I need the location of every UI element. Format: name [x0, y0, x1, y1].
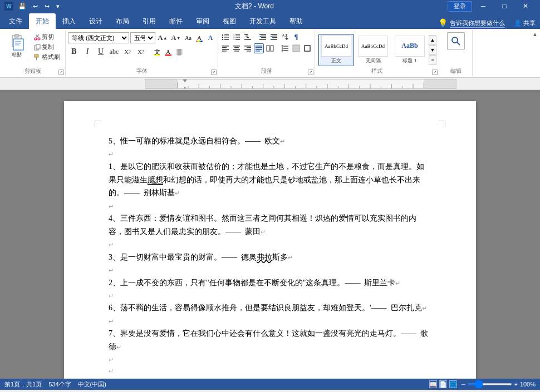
empty-para-5[interactable]: ↵ — [109, 290, 431, 301]
para-6[interactable]: 6、荡不羁的生活，容易得像顺水推舟，但是要结识良朋益友，却难如登天。'—— 巴尔… — [109, 301, 431, 315]
style-no-spacing[interactable]: AaBbCcDd 无间隔 — [355, 34, 391, 66]
styles-expand[interactable]: ↗ — [432, 70, 438, 75]
tab-developer[interactable]: 开发工具 — [243, 13, 283, 29]
italic-button[interactable]: I — [81, 46, 94, 58]
shading-para-button[interactable] — [291, 43, 301, 53]
para-expand[interactable]: ↗ — [308, 70, 313, 75]
read-mode-button[interactable]: 📖 — [429, 380, 437, 388]
para-2[interactable]: 2、上一成不变的东西，只有"任何事物都是在不断变化的"这条真理。—— 斯里兰卡↵ — [109, 276, 431, 290]
customize-qat-button[interactable]: ▾ — [55, 2, 61, 11]
copy-button[interactable]: 复制 — [32, 42, 62, 52]
multilevel-list-button[interactable] — [243, 32, 253, 42]
clear-format-button[interactable]: A — [194, 33, 204, 43]
line-spacing-button[interactable] — [280, 43, 290, 53]
shrink-font-button[interactable]: A▼ — [170, 32, 182, 44]
minimize-button[interactable]: ─ — [473, 0, 493, 12]
svg-rect-47 — [233, 46, 240, 47]
tab-help[interactable]: 帮助 — [283, 13, 310, 29]
ribbon-main: 粘贴 剪切 复制 格式刷 — [0, 30, 540, 76]
svg-rect-48 — [234, 47, 239, 48]
collapse-ribbon-button[interactable]: ▲ — [531, 30, 539, 38]
empty-para-4[interactable]: ↵ — [109, 265, 431, 276]
align-right-button[interactable] — [243, 43, 253, 53]
tab-insert[interactable]: 插入 — [56, 13, 82, 29]
tab-home[interactable]: 开始 — [29, 13, 56, 29]
numbering-button[interactable]: 1.2.3. — [232, 32, 242, 42]
page-count[interactable]: 第1页，共1页 — [4, 380, 42, 389]
increase-indent-button[interactable] — [269, 32, 279, 42]
tab-review[interactable]: 审阅 — [189, 13, 216, 29]
underline-button[interactable]: U — [95, 46, 107, 58]
tab-file[interactable]: 文件 — [2, 13, 29, 29]
zoom-level[interactable]: 100% — [520, 381, 536, 388]
align-center-button[interactable] — [232, 43, 242, 53]
tell-me[interactable]: 告诉我你想要做什么 — [450, 19, 505, 28]
font-color-button[interactable]: A — [163, 47, 173, 57]
para-4[interactable]: 4、三件东西：爱情友谊和图书。然而这三者之间何其相遥！炽热的爱情可以充实图书的内… — [109, 212, 431, 239]
empty-para-7[interactable]: ↵ — [109, 355, 431, 366]
tab-layout[interactable]: 布局 — [109, 13, 136, 29]
bold-button[interactable]: B — [68, 46, 80, 58]
style-scroll-down[interactable]: ▼ — [429, 45, 436, 55]
print-layout-button[interactable]: 📄 — [439, 380, 447, 388]
cut-button[interactable]: 剪切 — [32, 32, 62, 42]
column-layout-button[interactable] — [265, 43, 275, 53]
style-normal[interactable]: AaBbCcDd 正文 — [318, 34, 354, 66]
undo-button[interactable]: ↩ — [31, 2, 40, 11]
font-name-select[interactable]: 等线 (西文正文) — [68, 32, 129, 43]
document-area[interactable]: 5、惟一可靠的标准就是永远自相符合。—— 欧文↵ ↵ 1、是以它的肥沃和收获而被… — [0, 90, 540, 379]
sort-button[interactable]: AZ — [280, 32, 290, 42]
style-scroll-up[interactable]: ▲ — [429, 35, 436, 45]
decrease-indent-button[interactable] — [258, 32, 268, 42]
strikethrough-button[interactable]: abc — [108, 46, 120, 58]
close-button[interactable]: ✕ — [516, 0, 536, 12]
superscript-button[interactable]: X2 — [135, 46, 147, 58]
clipboard-expand[interactable]: ↗ — [58, 70, 64, 75]
empty-para-3[interactable]: ↵ — [109, 240, 431, 251]
para-3-text: 3、是一切财富中最宝贵的财富。—— 德奥弗拉斯多 — [109, 253, 288, 261]
doc-content[interactable]: 5、惟一可靠的标准就是永远自相符合。—— 欧文↵ ↵ 1、是以它的肥沃和收获而被… — [109, 135, 431, 377]
para-5[interactable]: 5、惟一可靠的标准就是永远自相符合。—— 欧文↵ — [109, 135, 431, 148]
zoom-slider[interactable] — [468, 383, 512, 385]
tab-view[interactable]: 视图 — [216, 13, 243, 29]
grow-font-button[interactable]: A▲ — [156, 32, 169, 44]
page[interactable]: 5、惟一可靠的标准就是永远自相符合。—— 欧文↵ ↵ 1、是以它的肥沃和收获而被… — [64, 101, 476, 379]
align-left-button[interactable] — [220, 43, 230, 53]
language[interactable]: 中文(中国) — [78, 380, 106, 389]
maximize-button[interactable]: □ — [494, 0, 514, 12]
quick-save-button[interactable]: 💾 — [17, 2, 28, 11]
show-marks-button[interactable]: ¶ — [291, 32, 301, 42]
word-count[interactable]: 534个字 — [48, 380, 71, 389]
style-heading1[interactable]: AaBb 标题 1 — [392, 34, 428, 66]
para-3[interactable]: 3、是一切财富中最宝贵的财富。—— 德奥弗拉斯多↵ — [109, 251, 431, 264]
change-case-button[interactable]: Aa — [183, 33, 193, 43]
share-button[interactable]: 👤 共享 — [514, 19, 536, 27]
highlight-color-button[interactable]: 文 — [152, 47, 162, 57]
paste-button[interactable]: 粘贴 — [4, 32, 29, 59]
para-7[interactable]: 7、界要是没有爱情，它在我们心中还会有什么意义！这就如一盏没有亮光的走马灯。——… — [109, 327, 431, 354]
justify-button[interactable] — [254, 43, 264, 53]
format-painter-button[interactable]: 格式刷 — [32, 52, 62, 62]
redo-button[interactable]: ↪ — [43, 2, 51, 11]
web-layout-button[interactable]: 🌐 — [449, 380, 457, 388]
para-1[interactable]: 1、是以它的肥沃和收获而被估价的；才能也是土地，不过它生产的不是粮食，而是真理。… — [109, 160, 431, 200]
login-button[interactable]: 登录 — [448, 1, 472, 12]
shading-button[interactable]: ▒ — [174, 47, 184, 57]
empty-para-6[interactable]: ↵ — [109, 316, 431, 327]
bullets-button[interactable] — [220, 32, 230, 42]
find-button[interactable] — [447, 32, 465, 50]
svg-rect-31 — [261, 36, 266, 37]
empty-para-8[interactable]: ↵ — [109, 366, 431, 377]
font-expand[interactable]: ↗ — [211, 70, 217, 75]
svg-rect-30 — [259, 34, 266, 35]
empty-para-1[interactable]: ↵ — [109, 149, 431, 160]
font-size-select[interactable]: 五号 初号 小初 一号 小一 二号 小二 三号 小三 四号 小四 五号 — [130, 32, 155, 43]
tab-references[interactable]: 引用 — [136, 13, 163, 29]
style-expand[interactable]: ≡ — [429, 55, 436, 65]
border-button[interactable] — [302, 43, 312, 53]
tab-design[interactable]: 设计 — [82, 13, 109, 29]
text-effects-button[interactable]: A — [205, 33, 215, 43]
tab-mailings[interactable]: 邮件 — [163, 13, 189, 29]
empty-para-2[interactable]: ↵ — [109, 201, 431, 212]
subscript-button[interactable]: X2 — [121, 46, 134, 58]
